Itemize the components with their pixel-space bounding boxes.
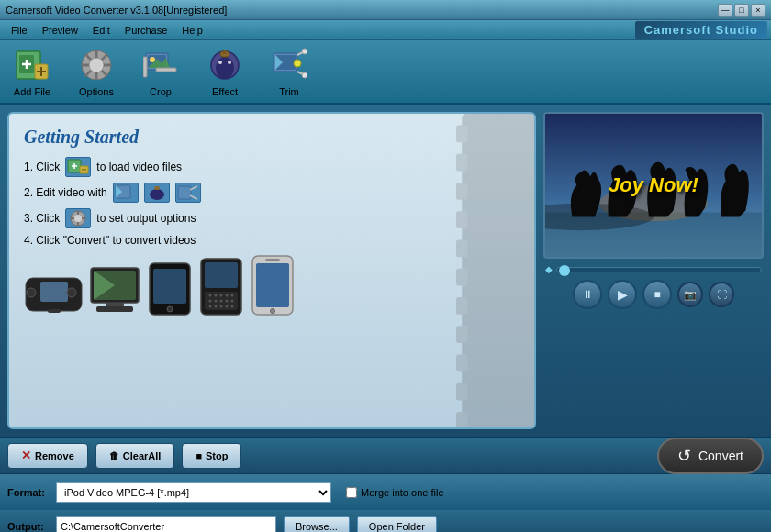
toolbar-crop[interactable]: Crop	[138, 46, 184, 97]
window-controls: — □ ×	[718, 4, 765, 17]
merge-label: Merge into one file	[361, 487, 444, 498]
svg-rect-44	[456, 297, 468, 315]
svg-rect-80	[40, 282, 68, 302]
stop-playback-button[interactable]: ■	[642, 280, 672, 309]
svg-rect-46	[456, 355, 468, 372]
menu-bar: File Preview Edit Purchase Help Camersof…	[0, 20, 771, 40]
pause-button[interactable]: ⏸	[573, 280, 602, 309]
brand-logo: Camersoft Studio	[635, 21, 767, 39]
step2-icon3	[175, 183, 201, 203]
svg-point-108	[226, 305, 229, 308]
playback-controls: ⏸ ▶ ■ 📷 ⛶	[543, 280, 764, 309]
seek-bar[interactable]	[556, 267, 762, 272]
toolbar-options[interactable]: Options	[73, 46, 119, 97]
menu-file[interactable]: File	[4, 23, 35, 38]
svg-point-97	[220, 294, 223, 297]
svg-point-102	[220, 300, 223, 303]
bottom-controls: ✕ Remove 🗑 ClearAll ■ Stop ↺ Convert	[0, 437, 771, 473]
step2-icon2	[144, 183, 170, 203]
svg-point-95	[209, 294, 212, 297]
stop-icon: ■	[196, 450, 202, 461]
svg-rect-41	[456, 211, 468, 228]
iphone-device	[249, 254, 296, 316]
toolbar-trim[interactable]: Trim	[266, 46, 312, 97]
maximize-button[interactable]: □	[734, 4, 749, 17]
step-1: 1. Click to load video files	[24, 157, 520, 177]
svg-rect-69	[154, 186, 160, 190]
svg-rect-39	[456, 154, 468, 172]
svg-point-98	[226, 294, 229, 297]
svg-rect-113	[265, 259, 280, 261]
step1-icon	[65, 157, 91, 177]
preview-joy-text: Joy Now!	[609, 173, 698, 197]
svg-point-107	[220, 305, 223, 308]
open-folder-button[interactable]: Open Folder	[357, 516, 437, 532]
step2-icon1	[113, 183, 139, 203]
add-file-icon	[13, 46, 51, 84]
svg-point-74	[74, 215, 82, 222]
svg-rect-21	[156, 68, 176, 72]
format-select[interactable]: iPod Video MPEG-4 [*.mp4]	[56, 482, 331, 503]
remove-button[interactable]: ✕ Remove	[7, 443, 88, 469]
stop-button[interactable]: ■ Stop	[182, 443, 241, 469]
merge-checkbox-container: Merge into one file	[346, 487, 444, 498]
browse-button[interactable]: Browse...	[284, 516, 350, 532]
output-label: Output:	[7, 521, 49, 532]
step3-icon	[65, 208, 91, 228]
minimize-button[interactable]: —	[718, 4, 732, 17]
film-strip-decoration	[456, 114, 536, 429]
svg-rect-37	[462, 114, 536, 429]
svg-rect-47	[456, 383, 468, 401]
crop-icon	[141, 46, 180, 84]
play-button[interactable]: ▶	[608, 280, 637, 309]
snapshot-button[interactable]: 📷	[677, 282, 703, 307]
preview-screen: Joy Now!	[543, 112, 764, 259]
effect-icon	[206, 46, 244, 84]
getting-started-panel: Getting Started	[7, 112, 536, 429]
toolbar-add-file[interactable]: Add File	[9, 46, 55, 97]
toolbar-effect[interactable]: Effect	[202, 46, 248, 97]
toolbar-options-label: Options	[79, 86, 114, 97]
svg-rect-38	[456, 126, 468, 143]
svg-point-8	[89, 58, 104, 72]
app-title: Camersoft Video Converter v3.1.08[Unregi…	[6, 5, 227, 16]
convert-icon: ↺	[677, 446, 691, 466]
svg-point-96	[215, 294, 218, 297]
svg-rect-42	[456, 240, 468, 258]
clear-all-button[interactable]: 🗑 ClearAll	[95, 443, 175, 469]
svg-point-112	[271, 309, 275, 314]
smartphone1-device	[146, 261, 194, 316]
svg-point-35	[302, 72, 307, 78]
svg-point-109	[231, 305, 234, 308]
menu-preview[interactable]: Preview	[35, 23, 85, 38]
merge-checkbox[interactable]	[346, 487, 357, 498]
convert-button[interactable]: ↺ Convert	[657, 438, 764, 474]
fullscreen-button[interactable]: ⛶	[709, 282, 734, 307]
format-row: Format: iPod Video MPEG-4 [*.mp4] Merge …	[0, 473, 771, 510]
svg-point-99	[231, 294, 234, 297]
menu-edit[interactable]: Edit	[85, 23, 117, 38]
output-path-input[interactable]	[56, 516, 276, 532]
svg-point-100	[209, 300, 212, 303]
svg-rect-90	[153, 269, 186, 304]
svg-point-101	[215, 300, 218, 303]
step-2: 2. Edit video with	[24, 183, 520, 203]
svg-point-82	[27, 288, 36, 297]
svg-rect-40	[456, 183, 468, 200]
step-3: 3. Click to set output options	[24, 208, 520, 228]
svg-rect-111	[256, 263, 289, 307]
close-button[interactable]: ×	[751, 4, 765, 17]
svg-point-24	[216, 57, 234, 79]
svg-rect-87	[106, 303, 124, 306]
toolbar-effect-label: Effect	[212, 86, 238, 97]
menu-purchase[interactable]: Purchase	[117, 23, 174, 38]
svg-point-91	[167, 306, 173, 312]
toolbar-trim-label: Trim	[279, 86, 299, 97]
svg-rect-83	[48, 309, 61, 313]
step-4: 4. Click "Convert" to convert videos	[24, 234, 520, 247]
video-device	[87, 266, 142, 316]
menu-help[interactable]: Help	[174, 23, 210, 38]
svg-point-104	[231, 300, 234, 303]
preview-panel: Joy Now! ◆ ⏸ ▶ ■ 📷 ⛶	[543, 112, 764, 429]
psp-device	[24, 271, 84, 316]
